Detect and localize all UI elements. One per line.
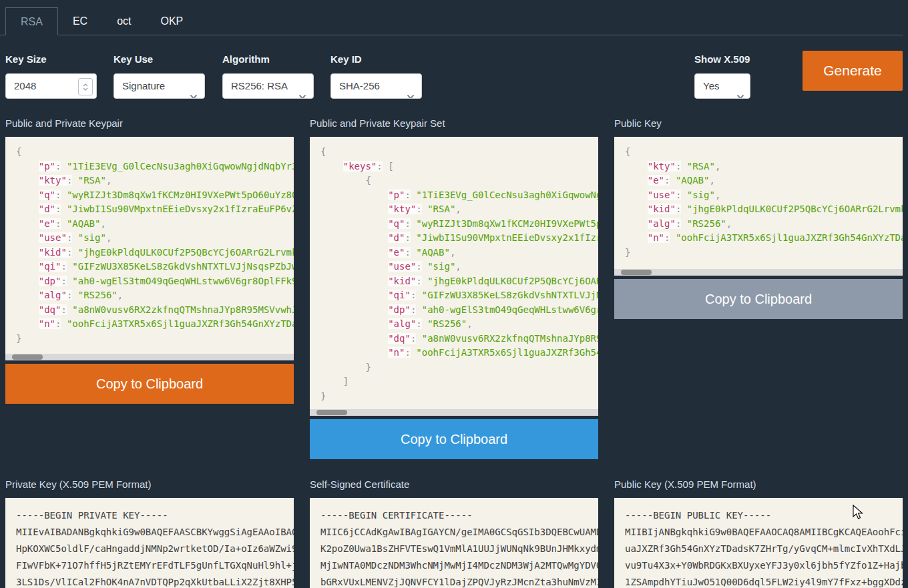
panel-keypair-set-title: Public and Private Keypair Set xyxy=(310,117,598,131)
copy-keypair-button[interactable]: Copy to Clipboard xyxy=(5,364,294,404)
public-key-pem-title: Public Key (X.509 PEM Format) xyxy=(614,479,903,492)
show-x509-label: Show X.509 xyxy=(694,53,750,65)
code-line: "q": "wyRIZJt3Dm8qXw1fKCMz0HI9VXePWt5pO6… xyxy=(320,217,598,232)
key-type-tabs: RSA EC oct OKP xyxy=(0,7,903,35)
horizontal-scrollbar[interactable] xyxy=(310,409,598,416)
algorithm-value: RS256: RSA xyxy=(231,80,288,91)
pem-line: -----BEGIN CERTIFICATE----- xyxy=(320,507,598,524)
code-line: } xyxy=(320,389,598,404)
copy-keypair-set-button[interactable]: Copy to Clipboard xyxy=(310,419,598,459)
code-line: "alg": "RS256", xyxy=(625,217,903,232)
code-line: "kid": "jhgE0kPldqULK0CUf2P5QBcYCj6OARrG… xyxy=(625,202,903,217)
tab-rsa[interactable]: RSA xyxy=(5,7,58,35)
pem-line: 3LS1Ds/VlICal2FhOK4nA7nVDTQPp2qXkUtbaLLi… xyxy=(16,574,294,588)
pem-line: K2poZ0Uwa1BsZHFVTEswQ1VmMlA1UUJjWUNqNk9B… xyxy=(320,541,598,557)
code-line: "e": "AQAB", xyxy=(320,246,598,260)
key-size-input[interactable]: 2048 xyxy=(5,73,97,99)
code-line: "kty": "RSA", xyxy=(16,174,294,188)
key-id-select[interactable]: SHA-256 xyxy=(330,73,422,99)
code-line: "q": "wyRIZJt3Dm8qXw1fKCMz0HI9VXePWt5pO6… xyxy=(16,188,294,203)
key-id-value: SHA-256 xyxy=(339,80,380,91)
generate-button[interactable]: Generate xyxy=(803,51,903,91)
key-size-label: Key Size xyxy=(5,53,97,65)
show-x509-group: Show X.509 Yes xyxy=(694,53,750,99)
code-line: "n": "oohFcijA3TXR5x6Sjl1guaJXZRf3Gh54Gn… xyxy=(16,317,294,332)
tab-oct[interactable]: oct xyxy=(102,7,146,35)
code-line: "use": "sig", xyxy=(625,188,903,203)
key-use-group: Key Use Signature xyxy=(114,53,205,99)
code-line: { xyxy=(320,174,598,188)
code-line: "alg": "RS256", xyxy=(320,317,598,332)
key-size-value: 2048 xyxy=(14,80,36,91)
tab-okp[interactable]: OKP xyxy=(146,7,198,35)
panel-keypair-set: Public and Private Keypair Set { "keys":… xyxy=(310,117,598,459)
code-line: "n": "oohFcijA3TXR5x6Sjl1guaJXZRf3Gh54Gn… xyxy=(320,346,598,360)
code-line: "dp": "ah0-wgElS3tmO49qGeqWHLstww6V6gr8O… xyxy=(320,303,598,318)
private-key-pem-title: Private Key (X.509 PEM Format) xyxy=(5,479,294,492)
code-line: } xyxy=(625,246,903,260)
key-size-group: Key Size 2048 xyxy=(5,53,97,99)
show-x509-select[interactable]: Yes xyxy=(694,73,750,99)
horizontal-scrollbar-thumb[interactable] xyxy=(12,354,43,360)
code-line: } xyxy=(320,360,598,375)
chevron-down-icon xyxy=(190,84,198,99)
code-line: "qi": "GIFzWU3X85KeLS8zGkdVshNTXTLVJjNsq… xyxy=(320,288,598,303)
algorithm-label: Algorithm xyxy=(222,53,314,65)
code-line: "kid": "jhgE0kPldqULK0CUf2P5QBcYCj6OARrG… xyxy=(320,274,598,289)
code-line: "alg": "RS256", xyxy=(16,288,294,303)
pem-line: MIIC6jCCAdKgAwIBAgIGAYCN/geIMA0GCSqGSIb3… xyxy=(320,524,598,541)
code-line: ] xyxy=(320,374,598,389)
pem-line: MIIBIjANBgkqhkiG9w0BAQEFAAOCAQ8AMIIBCgKC… xyxy=(625,524,903,541)
pem-line: FIwVFbK+71O7hffH5jRZtEMYrEFdTLF5gUnfLTGX… xyxy=(16,557,294,574)
public-key-json-code[interactable]: { "kty": "RSA", "e": "AQAB", "use": "sig… xyxy=(614,137,903,276)
private-key-pem-code[interactable]: -----BEGIN PRIVATE KEY-----MIIEvAIBADANB… xyxy=(5,498,294,588)
stepper-up-icon[interactable] xyxy=(83,83,88,87)
panel-private-key-pem: Private Key (X.509 PEM Format) -----BEGI… xyxy=(5,479,294,588)
pem-line: bGRxVUxLMENVZjJQNVFCY1lDajZPQVJyRzJMcnZt… xyxy=(320,574,598,588)
code-line: "n": "oohFcijA3TXR5x6Sjl1guaJXZRf3Gh54Gn… xyxy=(625,231,903,246)
code-line: "dp": "ah0-wgElS3tmO49qGeqWHLstww6V6gr8O… xyxy=(16,274,294,289)
horizontal-scrollbar-thumb[interactable] xyxy=(316,410,347,415)
panel-public-key: Public Key { "kty": "RSA", "e": "AQAB", … xyxy=(614,117,903,319)
horizontal-scrollbar[interactable] xyxy=(614,269,903,276)
key-use-label: Key Use xyxy=(114,53,205,65)
stepper-down-icon[interactable] xyxy=(83,87,88,91)
pem-line: uaJXZRf3Gh54GnXYzTDadsK7ZHrTg/yGvqCM+mlm… xyxy=(625,541,903,557)
key-use-select[interactable]: Signature xyxy=(114,73,205,99)
code-line: "d": "JiwbI1Su90VMpxtnEEieDvsxy2x1fIzraE… xyxy=(320,231,598,246)
code-line: "keys": [ xyxy=(320,160,598,174)
panel-public-key-pem: Public Key (X.509 PEM Format) -----BEGIN… xyxy=(614,479,903,588)
keypair-set-json-code[interactable]: { "keys": [ { "p": "1TiE3EVg_G0lCecNsu3a… xyxy=(310,137,598,416)
panel-keypair-title: Public and Private Keypair xyxy=(5,117,294,131)
panel-self-signed-cert: Self-Signed Certificate -----BEGIN CERTI… xyxy=(310,479,598,588)
pem-line: 1ZSAmpdhYTiuJwO51Q00D6dql5FLW2iy4l9mY7fF… xyxy=(625,574,903,588)
code-line: "p": "1TiE3EVg_G0lCecNsu3agh0XiGqwowNgjd… xyxy=(320,188,598,203)
algorithm-select[interactable]: RS256: RSA xyxy=(222,73,314,99)
number-stepper[interactable] xyxy=(78,78,93,95)
pem-line: MjIwNTA0MDczNDM3WhcNMjMwMjI4MDczNDM3WjA2… xyxy=(320,557,598,574)
self-signed-cert-code[interactable]: -----BEGIN CERTIFICATE-----MIIC6jCCAdKgA… xyxy=(310,498,598,588)
copy-public-key-button[interactable]: Copy to Clipboard xyxy=(614,279,903,319)
key-id-label: Key ID xyxy=(330,53,422,65)
pem-line: HpKOXWC5oldlF/caHngaddjNMNp2wrtketOD/Ia+… xyxy=(16,541,294,557)
horizontal-scrollbar-thumb[interactable] xyxy=(621,270,652,275)
code-line: { xyxy=(320,145,598,160)
code-line: "kid": "jhgE0kPldqULK0CUf2P5QBcYCj6OARrG… xyxy=(16,246,294,260)
code-line: "use": "sig", xyxy=(16,231,294,246)
keypair-json-code[interactable]: { "p": "1TiE3EVg_G0lCecNsu3agh0XiGqwowNg… xyxy=(5,137,294,360)
panel-public-key-title: Public Key xyxy=(614,117,903,131)
code-line: "d": "JiwbI1Su90VMpxtnEEieDvsxy2x1fIzraE… xyxy=(16,202,294,217)
horizontal-scrollbar[interactable] xyxy=(5,354,294,360)
algorithm-group: Algorithm RS256: RSA xyxy=(222,53,314,99)
code-line: "qi": "GIFzWU3X85KeLS8zGkdVshNTXTLVJjNsq… xyxy=(16,260,294,274)
code-line: "use": "sig", xyxy=(320,260,598,274)
code-line: "e": "AQAB", xyxy=(16,217,294,232)
public-key-pem-code[interactable]: -----BEGIN PUBLIC KEY-----MIIBIjANBgkqhk… xyxy=(614,498,903,588)
chevron-down-icon xyxy=(407,84,415,99)
code-line: "p": "1TiE3EVg_G0lCecNsu3agh0XiGqwowNgjd… xyxy=(16,160,294,174)
key-id-group: Key ID SHA-256 xyxy=(330,53,422,99)
pem-line: -----BEGIN PUBLIC KEY----- xyxy=(625,507,903,524)
self-signed-cert-title: Self-Signed Certificate xyxy=(310,479,598,492)
tab-ec[interactable]: EC xyxy=(58,7,102,35)
chevron-down-icon xyxy=(298,84,306,99)
